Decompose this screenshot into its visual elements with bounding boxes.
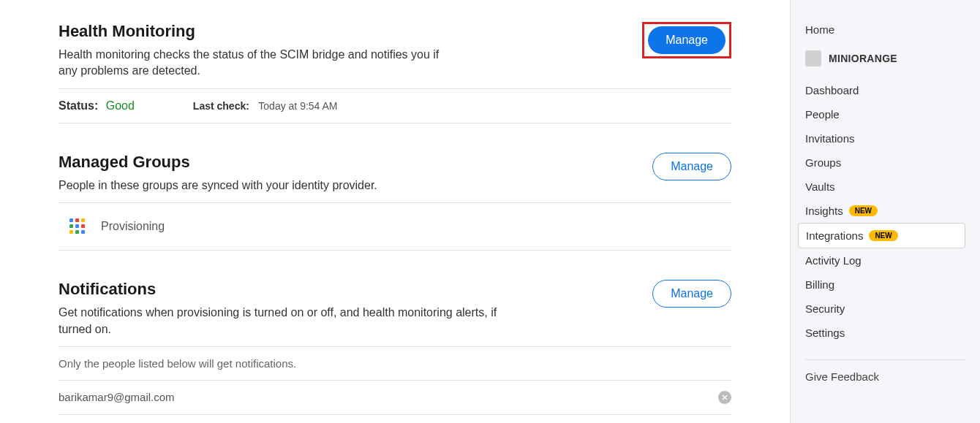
sidebar-divider: [805, 359, 965, 360]
check-value: Today at 9:54 AM: [258, 100, 337, 112]
sidebar-item-settings[interactable]: Settings: [798, 321, 965, 345]
sidebar-item-security[interactable]: Security: [798, 297, 965, 321]
org-name: MINIORANGE: [829, 53, 897, 64]
sidebar-item-dashboard[interactable]: Dashboard: [798, 78, 965, 102]
health-title: Health Monitoring: [59, 22, 642, 41]
sidebar: Home MINIORANGE Dashboard People Invitat…: [790, 0, 980, 423]
sidebar-item-label: Insights: [805, 205, 843, 217]
sidebar-item-groups[interactable]: Groups: [798, 150, 965, 175]
sidebar-item-label: Groups: [805, 156, 841, 169]
section-header: Notifications Get notifications when pro…: [59, 280, 731, 338]
status-group: Status: Good: [59, 99, 135, 113]
notifications-title: Notifications: [59, 280, 652, 299]
svg-rect-2: [81, 218, 85, 222]
sidebar-home[interactable]: Home: [805, 22, 965, 37]
groups-desc: People in these groups are synced with y…: [59, 178, 453, 194]
health-desc: Health monitoring checks the status of t…: [59, 47, 453, 80]
section-header: Health Monitoring Health monitoring chec…: [59, 22, 731, 80]
sidebar-item-people[interactable]: People: [798, 102, 965, 126]
svg-rect-8: [81, 230, 85, 234]
new-badge: NEW: [849, 205, 878, 216]
notifications-desc: Get notifications when provisioning is t…: [59, 305, 512, 338]
section-header: Managed Groups People in these groups ar…: [59, 153, 731, 194]
groups-manage-button[interactable]: Manage: [652, 153, 731, 180]
group-row[interactable]: Provisioning: [59, 202, 731, 251]
status-row: Status: Good Last check: Today at 9:54 A…: [59, 88, 731, 123]
svg-rect-6: [69, 230, 73, 234]
sidebar-item-vaults[interactable]: Vaults: [798, 175, 965, 199]
health-manage-button[interactable]: Manage: [648, 26, 725, 54]
provisioning-icon: [66, 215, 89, 238]
sidebar-item-label: Dashboard: [805, 84, 859, 96]
sidebar-item-label: Security: [805, 302, 845, 315]
sidebar-item-label: People: [805, 108, 840, 121]
svg-rect-0: [69, 218, 73, 222]
check-group: Last check: Today at 9:54 AM: [193, 99, 338, 113]
sidebar-item-activity-log[interactable]: Activity Log: [798, 248, 965, 273]
groups-title: Managed Groups: [59, 153, 652, 172]
health-monitoring-section: Health Monitoring Health monitoring chec…: [59, 22, 731, 123]
notify-email-row: barikamar9@gmail.com: [59, 381, 731, 415]
section-text: Notifications Get notifications when pro…: [59, 280, 652, 338]
status-label: Status:: [59, 99, 98, 112]
sidebar-item-label: Invitations: [805, 132, 855, 145]
notifications-section: Notifications Get notifications when pro…: [59, 280, 731, 415]
sidebar-item-invitations[interactable]: Invitations: [798, 126, 965, 150]
sidebar-item-integrations[interactable]: IntegrationsNEW: [798, 223, 965, 248]
org-row[interactable]: MINIORANGE: [805, 50, 965, 66]
svg-rect-1: [75, 218, 79, 222]
new-badge: NEW: [869, 230, 897, 241]
status-value: Good: [106, 99, 135, 112]
section-text: Health Monitoring Health monitoring chec…: [59, 22, 642, 80]
check-label: Last check:: [193, 100, 249, 112]
managed-groups-section: Managed Groups People in these groups ar…: [59, 153, 731, 251]
org-avatar-icon: [805, 50, 821, 66]
highlight-box: Manage: [642, 22, 731, 58]
sidebar-item-billing[interactable]: Billing: [798, 273, 965, 297]
main-content: Health Monitoring Health monitoring chec…: [0, 0, 790, 423]
sidebar-item-label: Activity Log: [805, 254, 862, 267]
sidebar-item-label: Settings: [805, 327, 845, 339]
svg-rect-5: [81, 224, 85, 228]
sidebar-item-insights[interactable]: InsightsNEW: [798, 199, 965, 223]
svg-rect-7: [75, 230, 79, 234]
svg-rect-4: [75, 224, 79, 228]
section-text: Managed Groups People in these groups ar…: [59, 153, 652, 194]
group-name: Provisioning: [101, 220, 165, 233]
give-feedback-link[interactable]: Give Feedback: [805, 370, 965, 383]
notifications-manage-button[interactable]: Manage: [652, 280, 731, 308]
sidebar-item-label: Vaults: [805, 180, 835, 193]
remove-icon[interactable]: [718, 391, 731, 404]
notify-note: Only the people listed below will get no…: [59, 346, 731, 381]
svg-rect-3: [69, 224, 73, 228]
sidebar-item-label: Integrations: [806, 229, 863, 242]
email-text: barikamar9@gmail.com: [59, 391, 175, 403]
sidebar-item-label: Billing: [805, 278, 834, 291]
